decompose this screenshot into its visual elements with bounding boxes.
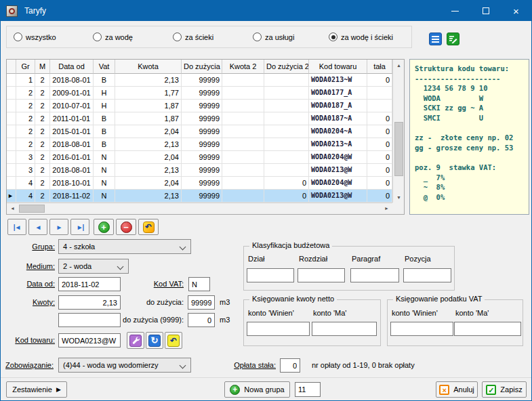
table-cell: 2	[35, 87, 50, 100]
refresh-code-button[interactable]: ↻	[146, 332, 163, 349]
cancel-icon: ×	[439, 385, 449, 395]
table-row[interactable]: 222015-01-01B2,0499999WODA0204~A0	[7, 125, 404, 138]
rozdzial-input[interactable]	[298, 268, 345, 282]
radio-wszystko[interactable]: wszystko	[14, 33, 56, 41]
nowa-grupa-button[interactable]: + Nowa grupa	[224, 381, 290, 398]
table-cell	[264, 87, 309, 100]
revert-record-button[interactable]: ↶	[138, 219, 159, 235]
kod-vat-label: Kod VAT:	[142, 277, 184, 291]
do-zuzycia2-label: do zużycia (9999):	[106, 313, 184, 327]
table-row[interactable]: 322018-08-01N2,1399999WODA0213@W0	[7, 164, 404, 177]
table-row[interactable]: 222010-07-01H1,8799999WODA0187_A	[7, 100, 404, 112]
kod-vat-input[interactable]	[188, 277, 210, 291]
row-indicator	[7, 112, 16, 125]
data-od-input[interactable]	[58, 277, 121, 291]
scroll-right-icon[interactable]: ►	[381, 203, 392, 214]
column-header[interactable]: Data od	[50, 60, 94, 74]
last-record-button[interactable]: ►|	[70, 219, 89, 235]
row-indicator	[7, 74, 16, 87]
netto-ma-input[interactable]	[312, 322, 377, 336]
column-header[interactable]: Vat	[94, 60, 115, 74]
radio-za-wode-i-scieki[interactable]: za wodę i ścieki	[329, 33, 393, 41]
grupa-select[interactable]: 4 - szkoła	[58, 239, 191, 254]
table-cell	[367, 100, 392, 112]
row-indicator	[7, 151, 16, 164]
table-cell: 99999	[182, 100, 222, 112]
table-cell: 0	[367, 190, 392, 203]
radio-za-wode[interactable]: za wodę	[93, 33, 133, 41]
minimize-button[interactable]	[440, 1, 470, 21]
group-number-input[interactable]	[295, 382, 321, 397]
table-cell: 2,04	[115, 177, 182, 190]
do-zuzycia-input[interactable]	[188, 295, 215, 310]
kwota-input[interactable]	[58, 295, 121, 310]
column-header[interactable]: Do zużycia 2	[264, 60, 309, 74]
previous-record-button[interactable]: ◄	[28, 219, 47, 235]
add-record-button[interactable]: +	[94, 219, 114, 235]
table-cell	[222, 87, 264, 100]
grid[interactable]: GrMData odVatKwotaDo zużyciaKwota 2Do zu…	[6, 59, 405, 215]
column-header[interactable]: M	[35, 60, 50, 74]
netto-winien-input[interactable]	[247, 322, 310, 336]
column-header[interactable]: Kwota	[115, 60, 182, 74]
table-row[interactable]: 222011-01-01B1,8799999WODA0187~A0	[7, 112, 404, 125]
dzial-input[interactable]	[247, 268, 294, 282]
zestawienie-button[interactable]: Zestawienie ▶	[6, 381, 67, 398]
column-header[interactable]: Do zużycia	[182, 60, 222, 74]
horizontal-scrollbar[interactable]: ◄ ►	[7, 203, 392, 214]
medium-select[interactable]: 2 - woda	[58, 259, 129, 274]
table-row[interactable]: 422018-10-01N2,04999990WODA0204@W0	[7, 177, 404, 190]
table-cell	[264, 151, 309, 164]
data-od-label: Data od:	[6, 277, 55, 291]
maximize-button[interactable]	[470, 1, 501, 21]
table-cell: 0	[367, 177, 392, 190]
edit-notes-button[interactable]	[447, 33, 459, 45]
close-button[interactable]: ×	[501, 1, 531, 21]
table-row[interactable]: 122018-08-01B2,1399999WODA0213~W0	[7, 74, 404, 87]
build-code-button[interactable]	[127, 332, 144, 349]
oplata-stala-input[interactable]	[280, 358, 300, 373]
scroll-up-icon[interactable]: ▲	[393, 60, 405, 71]
radio-label: wszystko	[26, 33, 56, 41]
table-cell: WODA0213~W	[309, 74, 367, 87]
first-record-button[interactable]: |◄	[7, 219, 26, 235]
horizontal-scrollbar-thumb[interactable]	[19, 205, 45, 213]
table-row[interactable]: 222018-08-01B2,1399999WODA0213~A0	[7, 138, 404, 151]
do-zuzycia2-input[interactable]	[188, 313, 215, 327]
column-header[interactable]: Kod towaru	[309, 60, 367, 74]
netto-groupbox: Księgowanie kwoty netto konto 'Winien' k…	[243, 299, 381, 346]
delete-record-button[interactable]: −	[116, 219, 136, 235]
pozycja-input[interactable]	[403, 268, 451, 282]
radio-icon	[93, 33, 102, 41]
vat-ma-input[interactable]	[454, 322, 521, 336]
anuluj-button[interactable]: × Anuluj	[436, 381, 478, 398]
scroll-down-icon[interactable]: ▼	[393, 192, 405, 203]
column-header[interactable]: Kwota 2	[222, 60, 264, 74]
next-record-button[interactable]: ►	[49, 219, 68, 235]
vat-winien-input[interactable]	[390, 322, 453, 336]
table-cell: 99999	[182, 112, 222, 125]
list-view-button[interactable]	[429, 33, 442, 45]
column-header[interactable]: tała	[367, 60, 392, 74]
menu-arrow-icon: ▶	[56, 386, 61, 393]
vertical-scrollbar[interactable]: ▲ ▼	[392, 60, 404, 203]
table-row[interactable]: 222009-01-01H1,7799999WODA0177_A	[7, 87, 404, 100]
table-row[interactable]: ►422018-11-02N2,13999990WODA0213@W0	[7, 190, 404, 203]
previous-icon: ◄	[35, 224, 41, 231]
paragraf-input[interactable]	[350, 268, 399, 282]
table-row[interactable]: 322016-01-01N2,0499999WODA0204@W0	[7, 151, 404, 164]
table-cell: WODA0204~A	[309, 125, 367, 138]
paragraf-label: Paragraf	[352, 255, 380, 263]
radio-za-scieki[interactable]: za ścieki	[173, 33, 213, 41]
table-cell: 2010-07-01	[50, 100, 94, 112]
table-cell: 2,13	[115, 190, 182, 203]
vertical-scrollbar-thumb[interactable]	[394, 122, 403, 176]
scroll-left-icon[interactable]: ◄	[7, 203, 18, 214]
kod-towaru-input[interactable]	[58, 333, 121, 347]
radio-za-uslugi[interactable]: za usługi	[253, 33, 294, 41]
restore-code-button[interactable]: ↶	[165, 332, 182, 349]
zapisz-button[interactable]: ✓ Zapisz	[482, 381, 527, 398]
zobowiazanie-select[interactable]: (4)44 - woda wg wodomierzy	[58, 358, 191, 373]
radio-label: za ścieki	[185, 33, 213, 41]
column-header[interactable]: Gr	[16, 60, 35, 74]
